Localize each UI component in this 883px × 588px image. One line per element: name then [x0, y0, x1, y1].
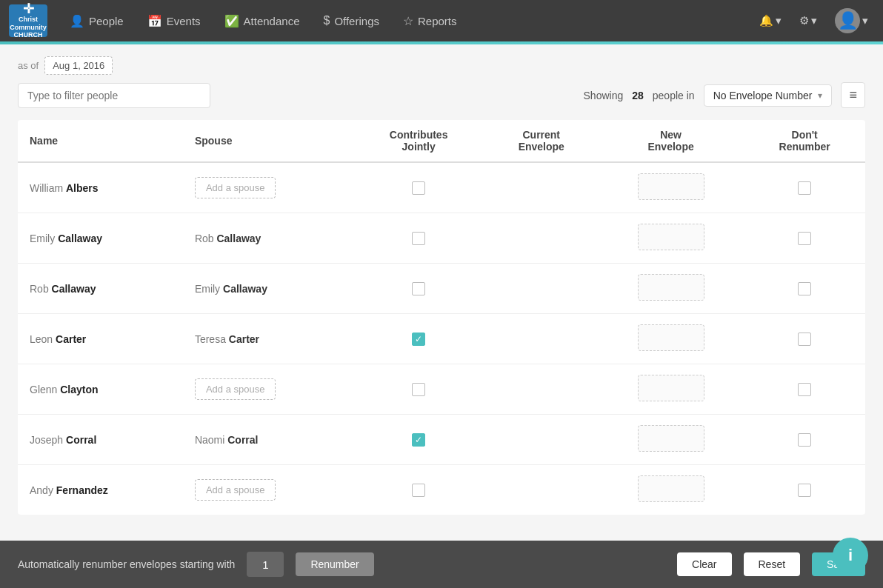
footer-bar: Automatically renumber envelopes startin… [0, 541, 883, 588]
dont-renumber-cell [744, 364, 865, 415]
current-envelope-cell [485, 264, 598, 314]
new-envelope-input[interactable] [638, 274, 704, 301]
dont-renumber-cell [744, 213, 865, 264]
nav-item-people[interactable]: 👤 People [59, 8, 134, 34]
contributes-jointly-checkbox[interactable] [412, 383, 425, 396]
contributes-jointly-checkbox[interactable] [412, 282, 425, 295]
new-envelope-input[interactable] [638, 375, 704, 401]
dont-renumber-cell [744, 162, 865, 213]
showing-suffix: people in [653, 90, 695, 101]
gear-caret: ▾ [811, 14, 817, 27]
person-name-cell: Emily Callaway [18, 213, 183, 264]
contributes-jointly-cell [353, 364, 485, 415]
showing-count: 28 [632, 90, 644, 101]
notifications-button[interactable]: 🔔 ▾ [753, 10, 787, 32]
contributes-jointly-checkbox[interactable] [412, 232, 425, 245]
contributes-jointly-checkbox[interactable] [412, 433, 425, 447]
bell-icon: 🔔 [759, 14, 773, 27]
current-envelope-cell [485, 364, 598, 415]
people-icon: 👤 [70, 14, 84, 28]
info-circle-button[interactable]: i [833, 538, 868, 573]
new-envelope-input[interactable] [638, 425, 704, 452]
dont-renumber-checkbox[interactable] [798, 433, 811, 447]
gear-icon: ⚙ [799, 14, 809, 27]
dont-renumber-cell [744, 415, 865, 465]
current-envelope-cell [485, 213, 598, 264]
contributes-jointly-cell [353, 162, 485, 213]
new-envelope-cell [598, 162, 744, 213]
starting-number-input[interactable] [247, 552, 284, 577]
search-input[interactable] [18, 83, 210, 108]
contributes-jointly-cell [353, 264, 485, 314]
new-envelope-cell [598, 465, 744, 515]
nav-label-reports: Reports [418, 15, 457, 27]
col-dont-renumber: Don'tRenumber [744, 120, 865, 162]
nav-item-events[interactable]: 📅 Events [137, 8, 211, 34]
user-avatar-button[interactable]: 👤 ▾ [829, 4, 874, 38]
nav-item-reports[interactable]: ☆ Reports [393, 8, 467, 34]
nav-item-offerings[interactable]: $ Offerings [313, 8, 390, 33]
dont-renumber-checkbox[interactable] [798, 181, 811, 195]
add-spouse-button[interactable]: Add a spouse [195, 378, 276, 400]
current-envelope-cell [485, 314, 598, 364]
contributes-jointly-cell [353, 314, 485, 364]
contributes-jointly-cell [353, 213, 485, 264]
logo-text: ChristCommunityCHURCH [10, 16, 47, 39]
envelope-filter-dropdown[interactable]: No Envelope Number ▾ [704, 84, 833, 107]
as-of-date[interactable]: Aug 1, 2016 [44, 56, 113, 75]
new-envelope-input[interactable] [638, 324, 704, 351]
renumber-button[interactable]: Renumber [296, 552, 373, 576]
current-envelope-cell [485, 415, 598, 465]
settings-button[interactable]: ⚙ ▾ [793, 10, 823, 32]
dont-renumber-checkbox[interactable] [798, 232, 811, 245]
avatar: 👤 [835, 8, 860, 33]
person-name-cell: Joseph Corral [18, 415, 183, 465]
add-spouse-button[interactable]: Add a spouse [195, 177, 276, 198]
dont-renumber-checkbox[interactable] [798, 282, 811, 295]
col-current-envelope: CurrentEnvelope [485, 120, 598, 162]
reset-button[interactable]: Reset [744, 552, 801, 576]
add-spouse-button[interactable]: Add a spouse [195, 479, 276, 501]
logo-cross: ✛ [23, 2, 34, 16]
clear-button[interactable]: Clear [677, 552, 731, 576]
new-envelope-input[interactable] [638, 224, 704, 250]
app-logo[interactable]: ✛ ChristCommunityCHURCH [9, 4, 47, 37]
dont-renumber-checkbox[interactable] [798, 484, 811, 497]
new-envelope-cell [598, 364, 744, 415]
avatar-caret: ▾ [862, 14, 868, 27]
new-envelope-input[interactable] [638, 475, 704, 502]
spouse-cell: Rob Callaway [183, 213, 353, 264]
contributes-jointly-checkbox[interactable] [412, 181, 425, 195]
table-row: Glenn ClaytonAdd a spouse [18, 364, 865, 415]
menu-icon-button[interactable] [841, 82, 865, 108]
new-envelope-input[interactable] [638, 173, 704, 200]
new-envelope-cell [598, 314, 744, 364]
nav-item-attendance[interactable]: ✅ Attendance [214, 8, 310, 34]
new-envelope-cell [598, 213, 744, 264]
table-row: Joseph CorralNaomi Corral [18, 415, 865, 465]
bell-caret: ▾ [776, 14, 782, 27]
contributes-jointly-checkbox[interactable] [412, 484, 425, 497]
table-row: William AlbersAdd a spouse [18, 162, 865, 213]
navbar: ✛ ChristCommunityCHURCH 👤 People 📅 Event… [0, 0, 883, 41]
spouse-cell: Teresa Carter [183, 314, 353, 364]
table-row: Andy FernandezAdd a spouse [18, 465, 865, 515]
col-spouse: Spouse [183, 120, 353, 162]
footer-label: Automatically renumber envelopes startin… [18, 558, 235, 570]
main-content: as of Aug 1, 2016 Showing 28 people in N… [0, 44, 883, 588]
dont-renumber-cell [744, 264, 865, 314]
dont-renumber-checkbox[interactable] [798, 333, 811, 346]
current-envelope-cell [485, 162, 598, 213]
col-new-envelope: NewEnvelope [598, 120, 744, 162]
date-row: as of Aug 1, 2016 [18, 56, 865, 75]
table-row: Rob CallawayEmily Callaway [18, 264, 865, 314]
dont-renumber-checkbox[interactable] [798, 383, 811, 396]
filter-row: Showing 28 people in No Envelope Number … [18, 82, 865, 108]
new-envelope-cell [598, 264, 744, 314]
reports-icon: ☆ [403, 14, 413, 28]
table-header-row: Name Spouse ContributesJointly CurrentEn… [18, 120, 865, 162]
nav-label-offerings: Offerings [334, 15, 379, 27]
nav-right: 🔔 ▾ ⚙ ▾ 👤 ▾ [753, 4, 874, 38]
dont-renumber-cell [744, 314, 865, 364]
contributes-jointly-checkbox[interactable] [412, 333, 425, 346]
